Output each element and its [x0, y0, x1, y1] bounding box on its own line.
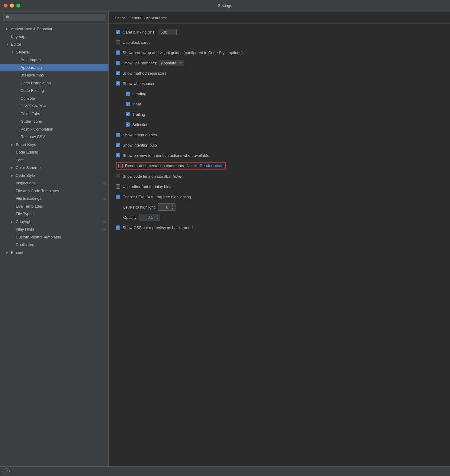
caret-blinking-input[interactable] — [159, 29, 177, 35]
show-line-numbers-checkbox[interactable] — [116, 61, 120, 65]
breadcrumb-editor[interactable]: Editor — [115, 16, 125, 20]
sidebar-item-code-folding[interactable]: Code Folding — [0, 87, 108, 95]
caret-blinking-checkbox-wrap[interactable]: Caret blinking (ms): — [116, 30, 157, 34]
sidebar-item-auto-import[interactable]: Auto Import — [0, 56, 108, 64]
show-indent-guides-checkbox[interactable] — [116, 133, 120, 137]
trailing-wrap[interactable]: Trailing — [126, 112, 145, 117]
sidebar-item-appearance[interactable]: Appearance — [0, 64, 108, 72]
sidebar-item-label: Code Completion — [21, 80, 51, 86]
sidebar-item-label: Editor Tabs — [21, 111, 40, 117]
levels-spinner-input[interactable] — [158, 204, 170, 210]
show-css-color-checkbox[interactable] — [116, 225, 120, 230]
render-doc-comments-checkbox[interactable] — [118, 164, 123, 168]
levels-spinner-up[interactable]: ▲ — [170, 204, 175, 207]
show-code-lens-wrap[interactable]: Show code lens on scrollbar hover — [116, 174, 183, 179]
sidebar-item-label: CSV/TSV/PSV — [21, 103, 46, 109]
search-input[interactable] — [3, 14, 105, 21]
show-hard-wrap-wrap[interactable]: Show hard wrap and visual guides (config… — [116, 50, 243, 55]
show-method-separators-label: Show method separators — [123, 71, 166, 76]
sidebar-item-custom-postfix-templates[interactable]: Custom Postfix Templates — [0, 233, 108, 241]
render-doc-comments-row: Render documentation comments Also in Re… — [116, 162, 443, 170]
show-hard-wrap-checkbox[interactable] — [116, 50, 120, 55]
sidebar-item-live-templates[interactable]: Live Templates — [0, 202, 108, 210]
show-indent-guides-wrap[interactable]: Show indent guides — [116, 133, 157, 137]
leading-checkbox[interactable] — [126, 92, 130, 96]
show-whitespaces-wrap[interactable]: Show whitespaces — [116, 81, 155, 86]
sidebar-item-code-style[interactable]: ▶ Code Style — [0, 172, 108, 180]
sidebar-item-font[interactable]: Font — [0, 156, 108, 164]
sidebar-item-inspections[interactable]: Inspections ⊡ — [0, 179, 108, 187]
close-button[interactable] — [4, 4, 8, 8]
show-code-lens-checkbox[interactable] — [116, 174, 120, 178]
sidebar-item-console[interactable]: Console — [0, 95, 108, 102]
show-preview-intention-wrap[interactable]: Show preview for intention actions when … — [116, 153, 209, 158]
inner-wrap[interactable]: Inner — [126, 102, 141, 106]
sidebar-item-copyright[interactable]: ▶ Copyright ⊡ — [0, 218, 108, 226]
show-css-color-wrap[interactable]: Show CSS color preview as background — [116, 225, 193, 230]
sidebar-item-label: Emmet — [11, 250, 23, 256]
opacity-spinner-down[interactable]: ▼ — [155, 217, 160, 221]
sidebar-item-code-editing[interactable]: Code Editing — [0, 148, 108, 156]
sidebar-item-file-encodings[interactable]: File Encodings ⊡ — [0, 195, 108, 202]
help-button[interactable]: ? — [4, 468, 10, 474]
show-line-numbers-dropdown[interactable]: Absolute Relative Hybrid — [159, 60, 184, 66]
sidebar-item-gutter-icons[interactable]: Gutter Icons — [0, 118, 108, 125]
show-line-numbers-wrap[interactable]: Show line numbers: — [116, 61, 157, 65]
levels-spinner-wrap: ▲ ▼ — [158, 203, 175, 211]
sidebar-item-code-completion[interactable]: Code Completion — [0, 79, 108, 87]
enable-html-xml-wrap[interactable]: Enable HTML/XML tag tree highlighting — [116, 195, 191, 199]
sidebar-item-file-code-templates[interactable]: File and Code Templates — [0, 187, 108, 195]
show-intention-bulb-wrap[interactable]: Show intention bulb — [116, 143, 157, 147]
show-method-separators-wrap[interactable]: Show method separators — [116, 71, 166, 76]
show-method-separators-checkbox[interactable] — [116, 71, 120, 75]
reader-mode-link[interactable]: Reader mode — [200, 164, 223, 168]
sidebar-item-color-scheme[interactable]: ▶ Color Scheme — [0, 164, 108, 172]
selection-checkbox[interactable] — [126, 122, 130, 127]
selection-wrap[interactable]: Selection — [126, 122, 148, 127]
spacer-icon — [16, 57, 21, 62]
trailing-checkbox[interactable] — [126, 112, 130, 116]
render-doc-comments-wrap[interactable]: Render documentation comments — [118, 164, 184, 168]
sidebar-item-duplicates[interactable]: Duplicates — [0, 241, 108, 249]
sidebar-item-inlay-hints[interactable]: Inlay Hints ⊡ — [0, 225, 108, 233]
levels-to-highlight-row: Levels to highlight: ▲ ▼ — [123, 203, 443, 211]
spacer-icon — [16, 81, 21, 85]
show-whitespaces-label: Show whitespaces — [123, 81, 155, 86]
caret-blinking-checkbox[interactable] — [116, 30, 120, 34]
sidebar-item-postfix-completion[interactable]: Postfix Completion — [0, 125, 108, 133]
use-editor-font-checkbox[interactable] — [116, 184, 120, 189]
show-intention-bulb-checkbox[interactable] — [116, 143, 120, 147]
sidebar-item-file-types[interactable]: File Types — [0, 210, 108, 218]
inner-checkbox[interactable] — [126, 102, 130, 106]
sidebar-item-csv-tsv-psv[interactable]: CSV/TSV/PSV — [0, 102, 108, 110]
opacity-spinner-input[interactable] — [140, 215, 155, 220]
use-block-caret-wrap[interactable]: Use block caret — [116, 40, 150, 45]
sidebar-item-editor[interactable]: ▼ Editor — [0, 40, 108, 48]
opacity-spinner-wrap: ▲ ▼ — [140, 214, 160, 221]
sidebar-item-rainbow-csv[interactable]: Rainbow CSV — [0, 133, 108, 141]
levels-spinner-down[interactable]: ▼ — [170, 207, 175, 210]
sidebar-item-breadcrumbs[interactable]: Breadcrumbs — [0, 71, 108, 79]
show-whitespaces-row: Show whitespaces — [116, 80, 443, 87]
maximize-button[interactable] — [16, 4, 20, 8]
main-layout: ▶ Appearance & Behavior Keymap ▼ Editor … — [0, 11, 450, 466]
minimize-button[interactable] — [10, 4, 14, 8]
sidebar-item-label: Postfix Completion — [21, 126, 53, 132]
enable-html-xml-checkbox[interactable] — [116, 195, 120, 199]
show-preview-intention-checkbox[interactable] — [116, 153, 120, 157]
use-editor-font-wrap[interactable]: Use editor font for inlay hints — [116, 184, 172, 189]
sidebar-item-general[interactable]: ▼ General — [0, 48, 108, 56]
sidebar-item-appearance-behavior[interactable]: ▶ Appearance & Behavior — [0, 25, 108, 33]
opacity-spinner-up[interactable]: ▲ — [155, 214, 160, 217]
show-line-numbers-dropdown-wrap[interactable]: Absolute Relative Hybrid ▼ — [159, 60, 184, 66]
sidebar-item-keymap[interactable]: Keymap — [0, 33, 108, 41]
leading-wrap[interactable]: Leading — [126, 92, 146, 96]
sidebar-item-editor-tabs[interactable]: Editor Tabs — [0, 110, 108, 118]
breadcrumb-general[interactable]: General — [129, 16, 143, 20]
use-block-caret-checkbox[interactable] — [116, 40, 120, 44]
use-editor-font-label: Use editor font for inlay hints — [123, 184, 172, 189]
sidebar-item-emmet[interactable]: ▶ Emmet — [0, 249, 108, 257]
show-whitespaces-checkbox[interactable] — [116, 81, 120, 86]
sidebar-item-smart-keys[interactable]: ▶ Smart Keys — [0, 141, 108, 149]
show-css-color-row: Show CSS color preview as background — [116, 224, 443, 231]
